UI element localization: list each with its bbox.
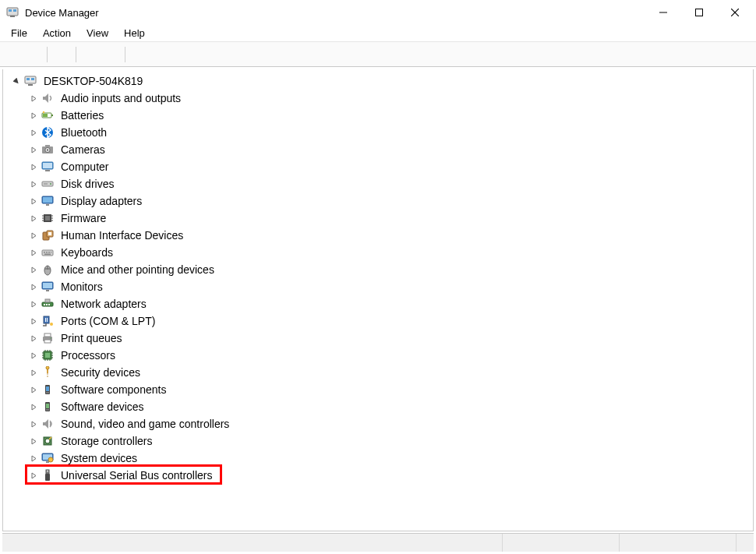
- maximize-button[interactable]: [681, 0, 717, 25]
- hid-icon: [41, 228, 55, 242]
- tree-item[interactable]: Firmware: [8, 210, 753, 227]
- tree-item[interactable]: Monitors: [8, 278, 753, 295]
- tree-item[interactable]: Print queues: [8, 330, 753, 347]
- expander-icon[interactable]: [28, 350, 39, 361]
- expander-icon[interactable]: [28, 298, 39, 309]
- tree-item[interactable]: Cameras: [8, 141, 753, 158]
- menu-help[interactable]: Help: [116, 26, 153, 41]
- computer-icon: [41, 160, 55, 174]
- tree-item[interactable]: Computer: [8, 158, 753, 175]
- tree-item-label: Bluetooth: [59, 124, 108, 141]
- storage-icon: [41, 434, 55, 448]
- expander-icon[interactable]: [28, 470, 39, 481]
- tree-item-label: Software devices: [59, 398, 146, 415]
- expander-icon[interactable]: [28, 93, 39, 104]
- battery-icon: [41, 108, 55, 122]
- expander-icon[interactable]: [28, 213, 39, 224]
- expander-icon[interactable]: [28, 453, 39, 464]
- expander-icon[interactable]: [28, 418, 39, 429]
- menu-view[interactable]: View: [79, 26, 116, 41]
- menu-file[interactable]: File: [3, 26, 35, 41]
- tree-item-label: Software components: [59, 381, 168, 398]
- monitor-icon: [41, 280, 55, 294]
- expander-icon[interactable]: [28, 316, 39, 326]
- expander-icon[interactable]: [28, 247, 39, 258]
- sound-icon: [41, 417, 55, 431]
- tree-root[interactable]: DESKTOP-504K819: [8, 72, 753, 90]
- tree-item-label: Audio inputs and outputs: [59, 90, 182, 107]
- tree-root-label: DESKTOP-504K819: [42, 72, 144, 90]
- menu-action[interactable]: Action: [35, 26, 79, 41]
- tree-item-label: Processors: [59, 347, 117, 364]
- forward-button[interactable]: [23, 45, 42, 64]
- statusbar-panel: [737, 534, 754, 552]
- titlebar: Device Manager: [0, 0, 756, 25]
- statusbar-panel: [503, 534, 620, 552]
- display-icon: [41, 194, 55, 208]
- software-component-icon: [41, 383, 55, 397]
- tree-item[interactable]: Storage controllers: [8, 432, 753, 450]
- toolbar-separator: [47, 47, 48, 62]
- tree-item[interactable]: Ports (COM & LPT): [8, 312, 753, 330]
- tree-item[interactable]: Sound, video and game controllers: [8, 415, 753, 432]
- tree-item[interactable]: Batteries: [8, 107, 753, 124]
- tree-item[interactable]: Disk drives: [8, 175, 753, 192]
- tree-item[interactable]: Keyboards: [8, 244, 753, 261]
- expander-icon[interactable]: [28, 264, 39, 275]
- tree-item-label: System devices: [59, 450, 139, 467]
- expander-icon[interactable]: [28, 401, 39, 412]
- tree-item[interactable]: Processors: [8, 347, 753, 364]
- network-icon: [41, 297, 55, 311]
- tree-item[interactable]: Bluetooth: [8, 124, 753, 141]
- tree-item-label: Human Interface Devices: [59, 227, 185, 244]
- window-title: Device Manager: [25, 7, 99, 19]
- expander-icon[interactable]: [28, 144, 39, 155]
- tree-item[interactable]: Mice and other pointing devices: [8, 261, 753, 278]
- tree-item-label: Sound, video and game controllers: [59, 415, 231, 432]
- tree-item-label: Cameras: [59, 141, 107, 158]
- expander-icon[interactable]: [11, 76, 22, 86]
- tree-item[interactable]: Network adapters: [8, 295, 753, 312]
- show-hide-tree-button[interactable]: [52, 45, 71, 64]
- expander-icon[interactable]: [28, 230, 39, 241]
- cpu-icon: [41, 348, 55, 362]
- tree-item-label: Security devices: [59, 364, 142, 381]
- expander-icon[interactable]: [28, 178, 39, 189]
- close-button[interactable]: [717, 0, 753, 25]
- audio-icon: [41, 91, 55, 105]
- tree-item[interactable]: System devices: [8, 450, 753, 467]
- minimize-button[interactable]: [645, 0, 681, 25]
- expander-icon[interactable]: [28, 110, 39, 121]
- expander-icon[interactable]: [28, 436, 39, 446]
- tree-item[interactable]: Universal Serial Bus controllers: [8, 467, 753, 484]
- svg-rect-5: [696, 9, 703, 16]
- tree-item-label: Firmware: [59, 210, 108, 227]
- tree-item[interactable]: Software components: [8, 381, 753, 398]
- device-tree-panel[interactable]: DESKTOP-504K819Audio inputs and outputsB…: [2, 69, 754, 531]
- system-icon: [41, 451, 55, 465]
- action-list-button[interactable]: [101, 45, 120, 64]
- expander-icon[interactable]: [28, 281, 39, 292]
- tree-item[interactable]: Human Interface Devices: [8, 227, 753, 244]
- tree-item-label: Batteries: [59, 107, 105, 124]
- help-button[interactable]: ?: [81, 45, 100, 64]
- tree-item[interactable]: Display adapters: [8, 192, 753, 210]
- tree-item[interactable]: Security devices: [8, 364, 753, 381]
- app-icon: [6, 6, 19, 19]
- expander-icon[interactable]: [28, 367, 39, 378]
- tree-item-label: Network adapters: [59, 295, 148, 312]
- scan-hardware-button[interactable]: [130, 45, 149, 64]
- expander-icon[interactable]: [28, 384, 39, 395]
- expander-icon[interactable]: [28, 127, 39, 138]
- tree-item-label: Computer: [59, 158, 110, 175]
- back-button[interactable]: [3, 45, 22, 64]
- tree-item-label: Display adapters: [59, 192, 143, 210]
- port-icon: [41, 314, 55, 328]
- tree-item[interactable]: Audio inputs and outputs: [8, 90, 753, 107]
- expander-icon[interactable]: [28, 161, 39, 172]
- tree-item[interactable]: Software devices: [8, 398, 753, 415]
- device-tree: DESKTOP-504K819Audio inputs and outputsB…: [3, 69, 753, 489]
- mouse-icon: [41, 263, 55, 277]
- expander-icon[interactable]: [28, 333, 39, 344]
- expander-icon[interactable]: [28, 196, 39, 206]
